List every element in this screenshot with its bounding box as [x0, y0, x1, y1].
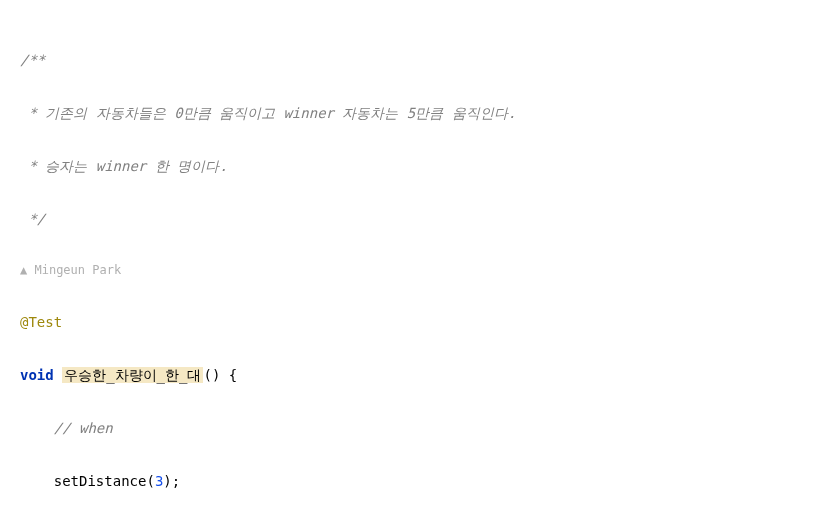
- method-name-highlight: 우승한_차량이_한_대: [62, 367, 203, 383]
- doc-open: /**: [20, 47, 797, 74]
- person-icon: ▲: [20, 263, 27, 277]
- setdistance-call: setDistance(3);: [20, 468, 797, 495]
- method-signature: void 우승한_차량이_한_대() {: [20, 362, 797, 389]
- author-hint: ▲ Mingeun Park: [20, 259, 797, 282]
- annotation-line: @Test: [20, 309, 797, 336]
- doc-line1: * 기존의 자동차들은 0만큼 움직이고 winner 자동차는 5만큼 움직인…: [20, 100, 797, 127]
- doc-line2: * 승자는 winner 한 명이다.: [20, 153, 797, 180]
- code-editor[interactable]: /** * 기존의 자동차들은 0만큼 움직이고 winner 자동차는 5만큼…: [20, 20, 797, 508]
- comment-when: // when: [20, 415, 797, 442]
- doc-close: */: [20, 206, 797, 233]
